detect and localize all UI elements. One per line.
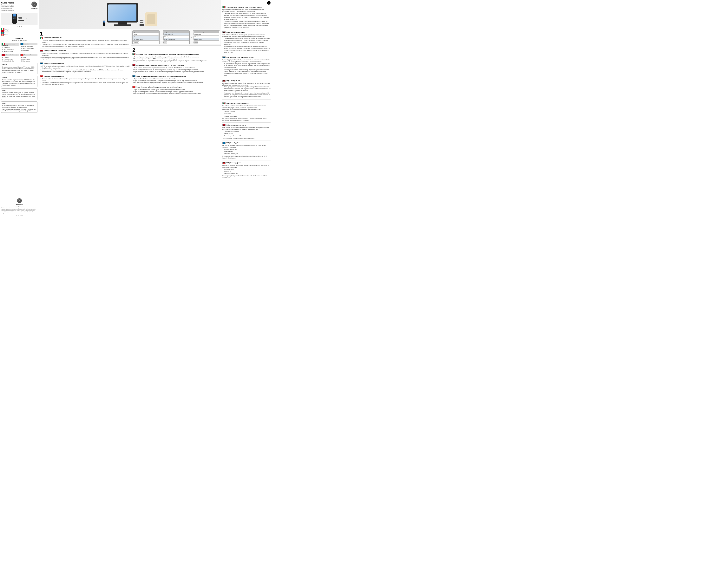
divider-1 [223, 101, 270, 101]
step1-es-text: El extensor recibe señales RF del contro… [40, 52, 130, 60]
support-it-bullets: Domande frequenti Forum utenti Accessori… [223, 111, 270, 117]
step2-no: NO Legg til sendere, fordel komponenter … [132, 86, 220, 96]
lang-no: Norsk [1, 34, 37, 36]
tack-text: Tack för att du väljer Harmony 900 RF Sy… [2, 92, 36, 99]
step2-es-text: Pulse el botón Opciones en la esquina in… [132, 67, 220, 73]
logo-text: Logitech [31, 7, 37, 9]
footer-logo: Logitech www.logitech.com © 2009 Logitec… [1, 197, 37, 216]
step1-es-title: ES Configuración del sistema RF [40, 50, 130, 52]
support-es-title: ES Estamos aquí para ayudarle [223, 124, 270, 126]
tv-base [114, 24, 131, 26]
step2-number: 2 [132, 47, 135, 53]
step1-no: NO Konfigurere radiosystemet Senderen mo… [40, 75, 130, 87]
screen1-title: Options [133, 31, 159, 33]
right-no-text: Alle underholdningsanlegg er unike, så d… [223, 82, 270, 86]
extender-1 [140, 20, 144, 21]
ui-screenshots: Options Sound Clock RF System Settings A… [131, 29, 221, 46]
right-section-sv: SV Alla är vi olika – Din anläggning är … [223, 56, 270, 78]
right-it-bullets: I segnali IR vengono bloccati da porte e… [223, 12, 270, 28]
title-block: Guida rapida Guida di inizio rapido Guía… [1, 2, 14, 11]
language-flags: Italiano Español Svenska Norsk [1, 28, 37, 36]
screen-options: Options Sound Clock RF System Settings A… [132, 30, 159, 44]
screen3-back[interactable]: Back [193, 42, 198, 44]
tv-body [107, 3, 138, 23]
screen3-item-remove[interactable]: Remove Blaster [193, 38, 219, 41]
arrow-1-2: › [160, 30, 162, 44]
footer-logo-circle [17, 198, 22, 203]
step1-number: 1 [40, 31, 43, 37]
tack-title: Tack! [2, 89, 36, 91]
screen2-title: RF System Settings [163, 31, 189, 33]
accessories-it-header: IT Contenuto della confezione [1, 43, 19, 46]
guide-title: Guida rapida [1, 2, 14, 4]
step2-sv-title: SV Lägg till omvandlarna, koppla enheter… [132, 75, 220, 77]
step2-no-title: NO Legg til sendere, fordel komponenter … [132, 86, 220, 88]
screen1-item-sound[interactable]: Sound [133, 33, 159, 35]
step1-it-title: IT Impostare il Sistema RF [40, 37, 130, 39]
guide-subtitle-no: Hurtigstartveiledning [1, 9, 14, 11]
support-sv-note: Information om telefonsupporten och dess… [223, 155, 270, 159]
accessories-se-list: A. RF-IR-omvandlare B. Två miniomvandlar… [20, 46, 38, 51]
right-es-title: ES Cada sistema es un mundo [223, 31, 270, 33]
step2-sv-text: Tryck på Alternativ längst ned på skärme… [132, 78, 220, 84]
support-no: NO Vi hjelper deg gjerne Du finner en fu… [223, 162, 270, 180]
support-it-text: Nel software per il telecomando Harmony … [223, 105, 270, 109]
screen2-item-device[interactable]: Device Assignment [163, 33, 189, 35]
step1-sv-text: RF-IR-omvandlaren tar emot radiosignaler… [40, 65, 130, 73]
screen3-item-add[interactable]: Add Blaster [193, 36, 219, 38]
screen2-item-advanced[interactable]: Advanced RF Settings [163, 38, 189, 41]
step1-sv: SV Konfigurera radiosystemet RF-IR-omvan… [40, 62, 130, 74]
screen2-item-lock[interactable]: RF settings lock [163, 36, 189, 38]
screen-rf-settings: RF System Settings Device Assignment RF … [163, 30, 190, 44]
right-it-title: IT Ciascuno di noi è diverso - così come… [223, 6, 270, 8]
step1-it: IT Impostare il Sistema RF L'estensore r… [40, 37, 130, 49]
step2-it: IT Aggiunta degli estensori, assegnazion… [132, 53, 220, 63]
product-name: Logitech® [1, 37, 37, 39]
step2-instructions: 2 IT Aggiunta degli estensori, assegnazi… [131, 46, 221, 217]
right-panel: i IT Ciascuno di noi è diverso - così co… [221, 0, 272, 217]
accessories-no-header: NO Eskens innhold [20, 54, 38, 56]
step2-col: Options Sound Clock RF System Settings A… [131, 29, 221, 217]
screen1-activities[interactable]: Activities [133, 42, 139, 44]
logitech-logo: Logitech [31, 2, 37, 9]
right-es-text: Cada sistema multimedia es diferente, po… [223, 34, 270, 38]
step1-col: 1 IT Impostare il Sistema RF L'estensore… [39, 29, 131, 217]
arrow-2-3: › [190, 30, 192, 44]
gracias-text: Gracias por haber adquirido Harmony 900 … [2, 79, 36, 86]
step2-it-text: Premere il pulsante Opzioni posizionato … [132, 56, 220, 62]
step1-it-text: L'estensore riceve i segnali RF dal tele… [40, 39, 130, 47]
step2-header: 2 [132, 47, 220, 53]
grazie-text: Grazie per aver acquistato il Sistema RF… [2, 66, 36, 73]
takk-title: Takk! [2, 102, 36, 104]
right-section-no: NO Ingen anlegg er like Alle underholdni… [223, 80, 270, 100]
support-es-text: En el software del mando a distancia Har… [223, 127, 270, 131]
accessories-es-no: ES Contenido de la caja A. Extensor B. 2… [1, 53, 37, 62]
right-no-bullets: Dører og vegger blokkerer infrarøde sign… [223, 86, 270, 98]
step2-es: ES Agregue extensores, asigne los dispos… [132, 64, 220, 74]
support-no-bullets: Vanlige spørsmål Brukerforum Tilbehør ti… [223, 168, 270, 175]
copyright: © 2009 Logitech. All rights reserved. Lo… [1, 207, 37, 214]
tv-cabinet [107, 3, 138, 26]
lang-it: Italiano [1, 28, 37, 30]
right-section-es: ES Cada sistema es un mundo Cada sistema… [223, 31, 270, 55]
accessories-it-list: A. Estensore B. Mini estensori x 2 C. Al… [1, 47, 19, 52]
screen2-back[interactable]: Back [163, 42, 167, 44]
screen3-item-identify[interactable]: Identify Blaster [193, 33, 219, 35]
info-box-grazie: Grazie! Grazie per aver acquistato il Si… [1, 63, 37, 74]
step2-es-title: ES Agregue extensores, asigne los dispos… [132, 64, 220, 66]
guide-subtitle-es: Guía de inicio rápido [1, 6, 14, 7]
support-sv-bullets: Vanliga frågor och svar Användarforum Ti… [223, 149, 270, 155]
www-link[interactable]: www.logitech.com [15, 206, 24, 207]
screen1-item-clock[interactable]: Clock [133, 36, 159, 38]
support-it-note: Per informazioni relative al supporto te… [223, 117, 270, 121]
extender-main [139, 24, 144, 26]
support-sv-text: Det finns en fullständig bruksanvisning … [223, 144, 270, 149]
screen1-item-rf[interactable]: RF System Settings [133, 38, 159, 41]
remote-small [103, 21, 105, 26]
support-it-title: IT Siamo qui per offrire assistenza [223, 102, 270, 104]
support-it-details: Ulteriori informazioni sono disponibili … [223, 109, 270, 111]
accessories-no-list: A. Sender B. 2 minsendere C. Strømadapte… [20, 56, 38, 62]
middle-content: 1 IT Impostare il Sistema RF L'estensore… [39, 29, 221, 217]
guide-subtitle-it: Guida di inizio rapido [1, 4, 14, 6]
footer-logo-text: Logitech [16, 203, 23, 205]
